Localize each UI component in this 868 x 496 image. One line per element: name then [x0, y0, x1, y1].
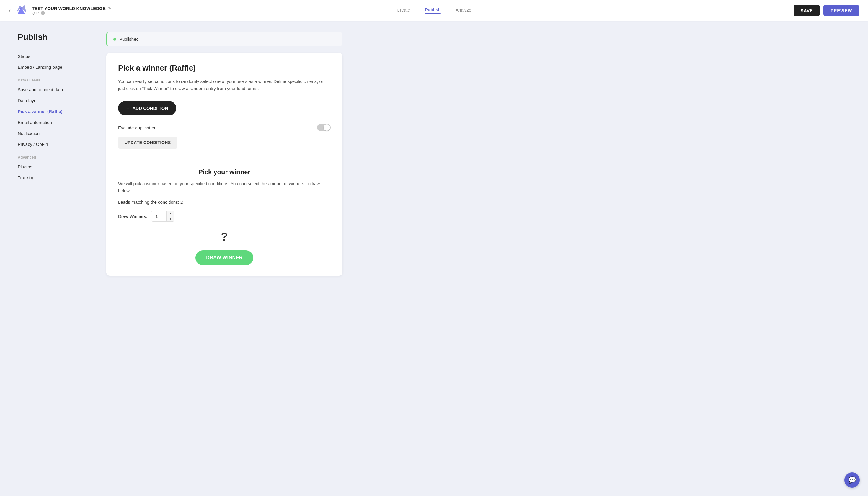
logo-icon — [15, 4, 28, 17]
question-mark-area: ? — [118, 231, 331, 243]
pick-winner-description: We will pick a winner based on your spec… — [118, 180, 331, 194]
nav-create[interactable]: Create — [397, 7, 410, 13]
chat-icon: 💬 — [848, 476, 856, 484]
sidebar-item-embed[interactable]: Embed / Landing page — [18, 62, 94, 73]
section-divider — [106, 159, 342, 159]
app-title: TEST YOUR WORLD KNOWLEDGE ✎ — [32, 6, 111, 11]
update-conditions-button[interactable]: UPDATE CONDITIONS — [118, 137, 177, 149]
card-description: You can easily set conditions to randoml… — [118, 78, 331, 92]
exclude-duplicates-label: Exclude duplicates — [118, 125, 155, 130]
topnav-center: Create Publish Analyze — [397, 7, 471, 14]
nav-analyze[interactable]: Analyze — [455, 7, 471, 13]
draw-winner-area: DRAW WINNER — [118, 250, 331, 265]
sidebar-item-tracking[interactable]: Tracking — [18, 172, 94, 183]
add-condition-button[interactable]: + ADD CONDITION — [118, 101, 176, 115]
save-button[interactable]: SAVE — [794, 5, 820, 16]
toggle-knob — [324, 124, 330, 131]
topnav: ‹ TEST YOUR WORLD KNOWLEDGE ✎ Quiz i Cre… — [0, 0, 868, 21]
pick-winner-title: Pick your winner — [118, 168, 331, 176]
nav-publish[interactable]: Publish — [425, 7, 441, 14]
status-dot-icon — [113, 38, 116, 41]
draw-winners-input-wrap: 1 ▲ ▼ — [151, 211, 174, 222]
leads-count-row: Leads matching the conditions: 2 — [118, 200, 331, 205]
card-title: Pick a winner (Raffle) — [118, 63, 331, 73]
draw-winners-label: Draw Winners: — [118, 214, 147, 219]
sidebar-section-advanced: Advanced — [18, 150, 94, 161]
draw-winners-row: Draw Winners: 1 ▲ ▼ — [118, 211, 331, 222]
stepper-down-button[interactable]: ▼ — [167, 216, 174, 221]
status-text: Published — [119, 36, 139, 42]
raffle-card: Pick a winner (Raffle) You can easily se… — [106, 53, 342, 276]
sidebar-title: Publish — [18, 32, 94, 42]
sidebar-item-pick-winner[interactable]: Pick a winner (Raffle) — [18, 106, 94, 117]
sidebar-item-email-automation[interactable]: Email automation — [18, 117, 94, 128]
topnav-right: SAVE PREVIEW — [794, 5, 859, 16]
add-condition-label: ADD CONDITION — [133, 106, 168, 111]
main-layout: Publish Status Embed / Landing page Data… — [0, 21, 868, 496]
sidebar-item-plugins[interactable]: Plugins — [18, 161, 94, 172]
exclude-duplicates-toggle[interactable] — [317, 124, 331, 131]
number-stepper: ▲ ▼ — [166, 211, 174, 221]
plus-icon: + — [126, 105, 129, 111]
edit-icon[interactable]: ✎ — [108, 6, 111, 11]
sidebar-item-data-layer[interactable]: Data layer — [18, 95, 94, 106]
preview-button[interactable]: PREVIEW — [823, 5, 859, 16]
stepper-up-button[interactable]: ▲ — [167, 211, 174, 216]
draw-winners-input[interactable]: 1 — [152, 212, 166, 221]
sidebar-section-data-leads: Data / Leads — [18, 73, 94, 84]
draw-winner-button[interactable]: DRAW WINNER — [196, 250, 253, 265]
chat-bubble-button[interactable]: 💬 — [844, 472, 860, 488]
question-mark-icon: ? — [221, 231, 228, 243]
sidebar-item-status[interactable]: Status — [18, 51, 94, 62]
app-subtitle: Quiz i — [32, 11, 111, 15]
exclude-duplicates-row: Exclude duplicates — [118, 124, 331, 131]
back-arrow-icon[interactable]: ‹ — [9, 7, 11, 14]
sidebar-item-privacy-optin[interactable]: Privacy / Opt-in — [18, 139, 94, 150]
status-bar: Published — [106, 32, 342, 46]
app-title-area: TEST YOUR WORLD KNOWLEDGE ✎ Quiz i — [32, 6, 111, 15]
sidebar-item-notification[interactable]: Notification — [18, 128, 94, 139]
content-area: Published Pick a winner (Raffle) You can… — [106, 32, 342, 484]
info-icon[interactable]: i — [41, 11, 45, 15]
sidebar: Publish Status Embed / Landing page Data… — [18, 32, 94, 484]
sidebar-item-save-connect[interactable]: Save and connect data — [18, 84, 94, 95]
